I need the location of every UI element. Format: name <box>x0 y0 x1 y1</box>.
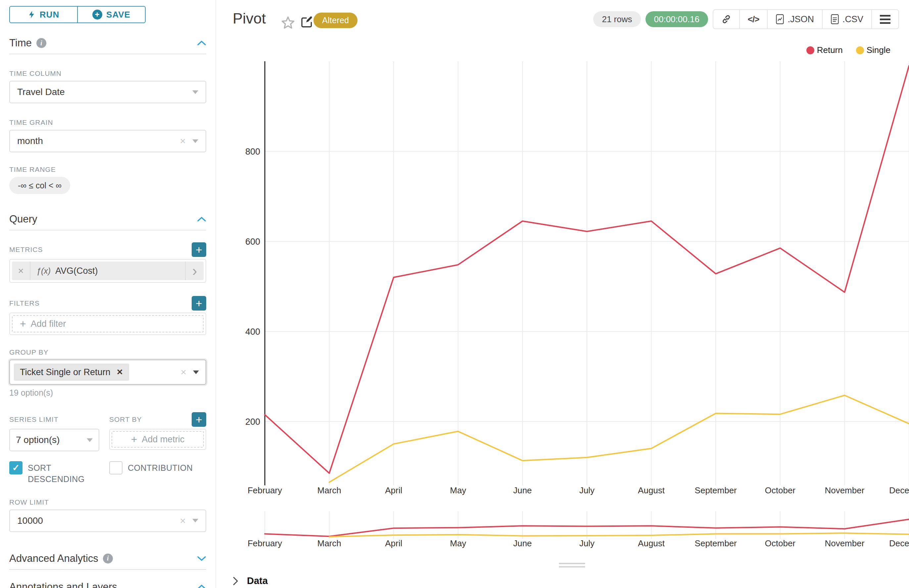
altered-badge[interactable]: Altered <box>313 13 357 28</box>
series-limit-value: 7 option(s) <box>16 435 60 445</box>
chevron-up-icon[interactable] <box>197 40 206 46</box>
row-limit-value: 10000 <box>17 515 43 526</box>
legend-dot-return <box>806 46 814 54</box>
group-by-select[interactable]: Ticket Single or Return ✕ × <box>9 360 206 385</box>
embed-code-button[interactable]: </> <box>739 10 767 29</box>
function-icon: ƒ(x) <box>36 266 51 276</box>
chevron-down-icon[interactable] <box>193 370 199 374</box>
explore-page: RUN + SAVE Time i TIME COLUMN Travel Dat… <box>0 0 909 588</box>
chevron-up-icon[interactable] <box>197 216 206 222</box>
panel-resize-handle[interactable] <box>559 563 585 569</box>
checkbox-unchecked-icon[interactable] <box>109 461 123 475</box>
add-filter-dropzone[interactable]: + Add filter <box>12 315 203 333</box>
row-limit-select[interactable]: 10000 × <box>9 509 206 532</box>
sort-descending-label: SORT DESCENDING <box>28 461 99 485</box>
metric-content[interactable]: ƒ(x) AVG(Cost) <box>31 266 185 276</box>
export-json-button[interactable]: .JSON <box>767 10 822 29</box>
legend-label-single: Single <box>867 45 890 55</box>
metrics-label: METRICS <box>9 246 43 254</box>
group-by-label: GROUP BY <box>9 348 206 356</box>
expand-metric-icon[interactable]: › <box>185 262 203 280</box>
clear-icon[interactable]: × <box>180 516 186 526</box>
favorite-star-icon[interactable] <box>281 16 295 30</box>
export-button-group: </> .JSON .CSV <box>713 9 899 29</box>
page-title: Pivot <box>233 10 266 27</box>
sort-descending-checkbox[interactable]: SORT DESCENDING <box>9 461 109 485</box>
info-icon: i <box>36 38 46 48</box>
chevron-down-icon[interactable] <box>192 90 198 94</box>
filters-control: + Add filter <box>9 313 206 335</box>
series-sort-row: SERIES LIMIT 7 option(s) SORT BY + + Add… <box>9 412 206 451</box>
sort-by-control: + Add metric <box>109 429 206 450</box>
contribution-label: CONTRIBUTION <box>128 461 193 474</box>
copy-link-button[interactable] <box>714 10 739 29</box>
plus-icon: + <box>20 318 26 329</box>
add-sort-metric-dropzone[interactable]: + Add metric <box>111 431 204 447</box>
chevron-right-icon <box>232 576 239 586</box>
add-filter-button[interactable]: + <box>192 296 206 310</box>
clear-icon[interactable]: × <box>180 136 186 146</box>
divider <box>9 230 206 231</box>
section-header-advanced-analytics[interactable]: Advanced Analytics i <box>9 552 206 564</box>
chart-legend: Return Single <box>806 45 890 55</box>
more-options-button[interactable] <box>871 10 898 29</box>
row-count-badge: 21 rows <box>593 11 641 27</box>
time-grain-select[interactable]: month × <box>9 130 206 152</box>
section-header-time[interactable]: Time i <box>9 37 206 49</box>
code-icon: </> <box>748 14 759 24</box>
time-column-value: Travel Date <box>17 87 65 97</box>
chevron-down-icon[interactable] <box>192 519 198 522</box>
save-button[interactable]: + SAVE <box>77 6 145 23</box>
row-limit-label: ROW LIMIT <box>9 498 206 506</box>
legend-dot-single <box>856 46 864 54</box>
remove-metric-icon[interactable]: × <box>12 262 31 280</box>
section-header-query[interactable]: Query <box>9 213 206 225</box>
section-header-annotations[interactable]: Annotations and Layers <box>9 581 206 588</box>
metric-item[interactable]: × ƒ(x) AVG(Cost) › <box>12 262 203 280</box>
chevron-down-icon[interactable] <box>197 556 206 561</box>
run-button-label: RUN <box>40 10 59 20</box>
query-timer-badge: 00:00:00.16 <box>646 11 708 27</box>
sort-by-column: SORT BY + + Add metric <box>109 412 206 451</box>
contribution-checkbox[interactable]: CONTRIBUTION <box>109 461 193 485</box>
time-section-title: Time <box>9 37 32 49</box>
plus-icon: + <box>131 434 137 445</box>
csv-file-icon <box>831 14 839 24</box>
time-column-select[interactable]: Travel Date <box>9 81 206 103</box>
chevron-down-icon[interactable] <box>192 139 198 143</box>
checkbox-checked-icon[interactable] <box>9 461 23 475</box>
legend-item-single[interactable]: Single <box>856 45 890 55</box>
add-sort-metric-button[interactable]: + <box>192 412 206 427</box>
info-icon: i <box>103 554 113 564</box>
time-grain-value: month <box>17 136 43 146</box>
clear-icon[interactable]: × <box>181 367 186 377</box>
time-column-label: TIME COLUMN <box>9 69 206 78</box>
filters-label: FILTERS <box>9 299 40 307</box>
chart-main-area: Pivot Altered 21 rows 00:00:00.16 </> <box>216 0 909 588</box>
chevron-up-icon[interactable] <box>197 584 206 588</box>
time-range-label: TIME RANGE <box>9 166 206 173</box>
run-button[interactable]: RUN <box>10 6 77 23</box>
time-grain-label: TIME GRAIN <box>9 118 206 126</box>
edit-title-icon[interactable] <box>300 15 313 29</box>
save-button-label: SAVE <box>106 10 131 20</box>
data-panel-header[interactable]: Data <box>232 575 268 586</box>
group-by-options-hint: 19 option(s) <box>9 388 206 397</box>
remove-tag-icon[interactable]: ✕ <box>116 367 123 377</box>
legend-label-return: Return <box>817 45 843 55</box>
time-range-pill[interactable]: -∞ ≤ col < ∞ <box>9 177 70 194</box>
export-csv-label: .CSV <box>843 14 863 24</box>
json-file-icon <box>776 14 784 24</box>
annotations-title: Annotations and Layers <box>9 581 117 588</box>
series-limit-label: SERIES LIMIT <box>9 415 58 423</box>
link-icon <box>721 14 731 24</box>
divider <box>9 53 206 54</box>
series-limit-column: SERIES LIMIT 7 option(s) <box>9 412 99 451</box>
checkbox-row: SORT DESCENDING CONTRIBUTION <box>9 461 206 485</box>
legend-item-return[interactable]: Return <box>806 45 843 55</box>
group-by-tag[interactable]: Ticket Single or Return ✕ <box>14 363 129 381</box>
add-metric-button[interactable]: + <box>192 242 206 257</box>
series-limit-select[interactable]: 7 option(s) <box>9 429 99 451</box>
export-csv-button[interactable]: .CSV <box>822 10 871 29</box>
chevron-down-icon[interactable] <box>87 438 93 442</box>
